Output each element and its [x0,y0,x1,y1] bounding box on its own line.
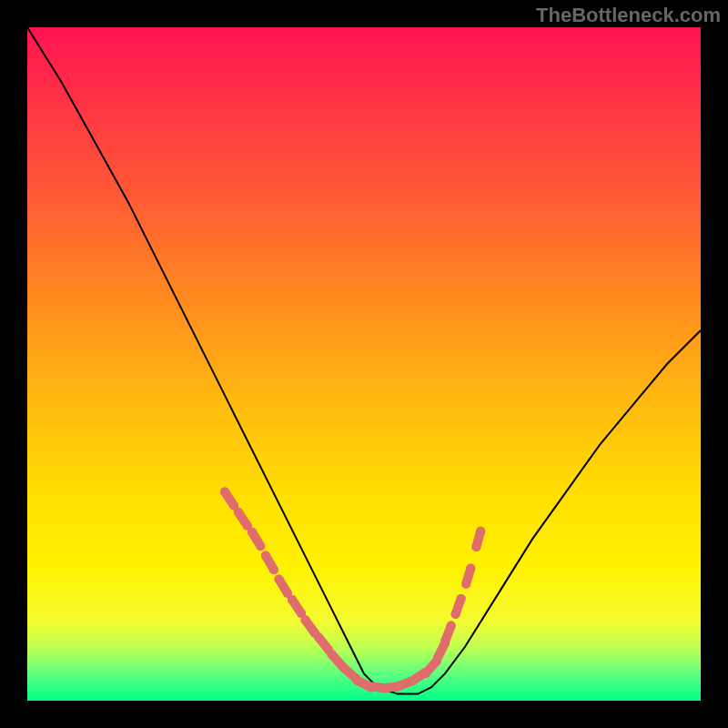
marker-dot [365,682,374,691]
marker-dot [261,551,270,561]
marker-dot [327,650,336,659]
marker-dot [407,677,416,686]
plot-area [27,27,701,701]
chart-svg [27,27,701,701]
marker-dot [248,528,257,537]
marker-dot [466,564,475,573]
bottleneck-curve [27,27,701,694]
marker-dot [339,664,349,673]
marker-dot [440,636,450,645]
marker-dot [256,541,265,551]
marker-dot [234,508,243,517]
watermark-text: TheBottleneck.com [536,4,721,27]
marker-dot [421,669,430,678]
highlight-markers [220,488,485,693]
marker-dot [451,610,460,619]
marker-dot [352,676,361,685]
marker-dot [275,575,284,584]
marker-dot [220,488,229,497]
marker-dot [392,682,401,692]
marker-dot [457,594,466,603]
marker-dot [288,595,297,604]
marker-dot [269,565,278,574]
marker-dot [471,542,480,551]
marker-dot [301,615,310,624]
marker-dot [314,632,323,642]
marker-dot [379,683,388,693]
marker-dot [461,580,470,589]
marker-dot [447,622,456,631]
marker-dot [433,653,442,662]
marker-dot [476,527,485,536]
